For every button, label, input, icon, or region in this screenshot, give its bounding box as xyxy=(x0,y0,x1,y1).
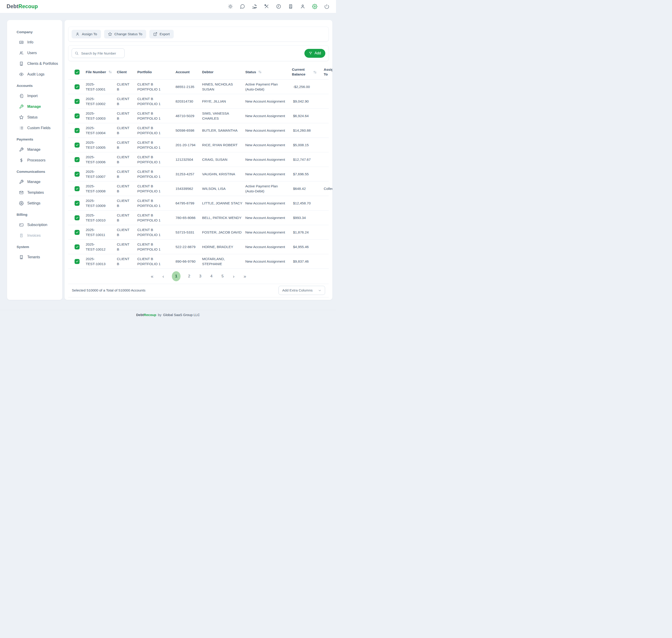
pagination-next-button[interactable]: › xyxy=(231,273,236,279)
sidebar-item-accounts-manage[interactable]: Manage xyxy=(7,101,62,112)
sidebar-item-company-users[interactable]: Users xyxy=(7,48,62,58)
sidebar-item-company-audit-logs[interactable]: Audit Logs xyxy=(7,69,62,80)
gear-icon xyxy=(312,4,317,9)
sort-icon xyxy=(108,70,112,74)
hand-coins-icon-button[interactable] xyxy=(252,4,257,9)
clock-icon-button[interactable] xyxy=(276,4,281,9)
add-extra-columns-select[interactable]: Add Extra Columns xyxy=(279,286,325,295)
sidebar-item-label: Users xyxy=(27,51,37,55)
cell-status: New Account Assignment xyxy=(245,259,292,264)
cell-file: 2025-TEST-10012 xyxy=(86,242,117,252)
user-icon-button[interactable] xyxy=(300,4,305,9)
file-import-icon xyxy=(19,94,24,98)
cell-account: 53715-5331 xyxy=(175,230,202,235)
column-header-file-number[interactable]: File Number xyxy=(86,70,117,74)
cell-portfolio: CLIENT BPORTFOLIO 1 xyxy=(137,96,175,106)
row-checkbox[interactable] xyxy=(74,157,80,162)
gear-icon xyxy=(19,201,24,205)
row-checkbox[interactable] xyxy=(74,142,80,148)
sidebar-item-system-tenants[interactable]: Tenants xyxy=(7,252,62,263)
pagination-page-1-button[interactable]: 1 xyxy=(172,271,181,281)
sidebar-section-company: Company xyxy=(7,27,62,37)
table-row: 2025-TEST-10009CLIENTBCLIENT BPORTFOLIO … xyxy=(68,196,329,211)
sidebar-item-communications-templates[interactable]: Templates xyxy=(7,187,62,198)
sidebar: CompanyInfoUsersClients & PortfoliosAudi… xyxy=(7,20,62,300)
document-icon-button[interactable] xyxy=(288,4,293,9)
footer-company: Global SaaS Group LLC xyxy=(163,313,200,317)
pagination-last-button[interactable]: » xyxy=(242,273,247,279)
sidebar-item-communications-manage[interactable]: Manage xyxy=(7,177,62,187)
row-checkbox[interactable] xyxy=(74,201,80,206)
sidebar-item-label: Info xyxy=(27,40,33,44)
row-checkbox[interactable] xyxy=(74,245,80,249)
row-checkbox[interactable] xyxy=(74,172,80,177)
cell-account: 201-20-1794 xyxy=(175,142,202,148)
pagination-page-2-button[interactable]: 2 xyxy=(187,274,192,279)
table-row: 2025-TEST-10008CLIENTBCLIENT BPORTFOLIO … xyxy=(68,182,329,196)
sun-icon-button[interactable] xyxy=(228,4,233,9)
change-status-label: Change Status To xyxy=(114,32,142,36)
row-checkbox[interactable] xyxy=(74,128,80,133)
row-checkbox[interactable] xyxy=(74,230,80,235)
row-checkbox[interactable] xyxy=(74,84,80,89)
change-status-button[interactable]: Change Status To xyxy=(104,30,146,38)
cell-debtor: VAUGHN, KRISTINA xyxy=(202,172,245,177)
row-select-cell xyxy=(68,99,86,104)
power-icon-button[interactable] xyxy=(324,4,330,9)
sort-icon xyxy=(313,70,317,74)
gear-icon-button[interactable] xyxy=(312,4,317,9)
row-checkbox[interactable] xyxy=(74,215,80,220)
pagination-page-3-button[interactable]: 3 xyxy=(198,274,203,279)
sidebar-item-communications-settings[interactable]: Settings xyxy=(7,198,62,208)
sidebar-item-accounts-import[interactable]: Import xyxy=(7,90,62,101)
pagination-page-5-button[interactable]: 5 xyxy=(220,274,225,279)
sidebar-item-billing-subscription[interactable]: Subscription xyxy=(7,219,62,230)
page-footer: DebtRecoup by Global SaaS Group LLC xyxy=(0,310,336,319)
row-checkbox[interactable] xyxy=(74,99,80,104)
pagination-first-button[interactable]: « xyxy=(150,273,155,279)
sidebar-item-payments-manage[interactable]: Manage xyxy=(7,144,62,155)
wrench-icon xyxy=(19,104,24,109)
assign-to-button[interactable]: Assign To xyxy=(72,30,101,38)
wrench-icon xyxy=(19,180,24,184)
export-label: Export xyxy=(159,32,170,36)
chat-icon-button[interactable] xyxy=(240,4,245,9)
sidebar-item-payments-processors[interactable]: Processors xyxy=(7,155,62,166)
pagination-page-4-button[interactable]: 4 xyxy=(209,274,214,279)
main-panel: Assign To Change Status To Export Add Fi… xyxy=(65,20,332,300)
column-header-status[interactable]: Status xyxy=(245,70,292,74)
power-icon xyxy=(324,4,330,9)
column-header-portfolio: Portfolio xyxy=(137,70,175,74)
check-icon xyxy=(75,158,79,161)
row-checkbox[interactable] xyxy=(74,259,80,264)
column-header-current-balance[interactable]: Current Balance xyxy=(292,67,321,77)
sidebar-item-company-info[interactable]: Info xyxy=(7,37,62,48)
cell-balance: $1,876.24 xyxy=(292,230,321,235)
table-header-row: File NumberClientPortfolioAccountDebtorS… xyxy=(68,65,329,80)
row-select-cell xyxy=(68,128,86,133)
cell-portfolio: CLIENT BPORTFOLIO 1 xyxy=(137,213,175,223)
select-all-checkbox[interactable] xyxy=(74,70,80,74)
sidebar-section-billing: Billing xyxy=(7,210,62,219)
table-row: 2025-TEST-10013CLIENTBCLIENT BPORTFOLIO … xyxy=(68,254,329,269)
row-select-cell xyxy=(68,157,86,162)
cell-account: 48710-5029 xyxy=(175,114,202,118)
export-button[interactable]: Export xyxy=(149,30,174,38)
cell-file: 2025-TEST-10008 xyxy=(86,184,117,194)
app-logo-primary: Debt xyxy=(6,3,18,9)
add-button[interactable]: Add xyxy=(304,49,325,58)
pagination-prev-button[interactable]: ‹ xyxy=(161,273,166,279)
row-select-cell xyxy=(68,259,86,264)
row-checkbox[interactable] xyxy=(74,114,80,118)
sidebar-item-accounts-custom-fields[interactable]: Custom Fields xyxy=(7,122,62,133)
star-icon xyxy=(19,115,24,120)
row-checkbox[interactable] xyxy=(74,186,80,191)
sidebar-item-accounts-status[interactable]: Status xyxy=(7,112,62,122)
sidebar-item-company-clients-portfolios[interactable]: Clients & Portfolios xyxy=(7,58,62,69)
cell-assigned: Collector 1 xyxy=(321,186,332,191)
cell-balance: $7,696.55 xyxy=(292,172,321,177)
tools-icon-button[interactable] xyxy=(264,4,269,9)
app-logo[interactable]: DebtRecoup xyxy=(6,3,38,10)
search-input[interactable] xyxy=(81,51,122,55)
cell-account: 780-65-8066 xyxy=(175,215,202,220)
